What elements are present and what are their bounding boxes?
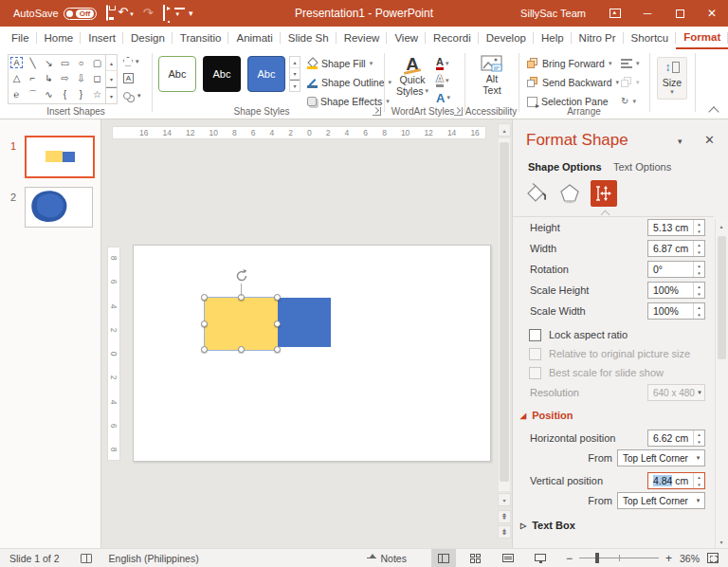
effects-tab[interactable]	[556, 180, 583, 207]
resize-handle-top-right[interactable]	[274, 294, 281, 301]
elbow-arrow-icon[interactable]: ↳	[41, 71, 57, 86]
shape-style-preview-3[interactable]: Abc	[247, 56, 285, 92]
down-arrow-icon[interactable]: ⇩	[73, 71, 89, 86]
pane-scroll-up-icon[interactable]: ▴	[716, 219, 727, 232]
save-button[interactable]	[106, 6, 108, 21]
edit-shape-button[interactable]: ▾	[123, 54, 141, 68]
bring-forward-button[interactable]: Bring Forward▾	[527, 56, 611, 71]
quick-styles-button[interactable]: A Quick Styles▾	[391, 55, 434, 97]
snip-rectangle-icon[interactable]: ◻	[89, 71, 105, 86]
slide-2-thumbnail[interactable]	[25, 187, 93, 228]
horizontal-from-dropdown[interactable]: Top Left Corner▾	[617, 449, 705, 466]
rotation-spinner[interactable]: ▴▾	[693, 262, 704, 277]
gallery-scroll-up-icon[interactable]: ▴	[106, 55, 117, 71]
slide-1-thumbnail[interactable]	[25, 136, 95, 178]
yellow-rectangle-shape[interactable]	[205, 298, 278, 350]
right-arrow-icon[interactable]: ⇨	[57, 71, 73, 86]
slide-sorter-button[interactable]	[464, 549, 488, 567]
width-spinner[interactable]: ▴▾	[693, 241, 704, 256]
scroll-down-button[interactable]: ▾	[498, 493, 511, 506]
next-slide-button[interactable]: ⇟	[498, 525, 511, 539]
list-dropdown-icon[interactable]: ▾	[176, 10, 180, 17]
ribbon-display-options-button[interactable]	[599, 0, 631, 27]
rectangle-icon[interactable]: ▭	[57, 55, 73, 71]
slide-indicator[interactable]: Slide 1 of 2	[9, 553, 60, 564]
align-button[interactable]: ▾	[621, 56, 640, 71]
autosave-toggle[interactable]: AutoSave Off	[13, 8, 97, 20]
tab-home[interactable]: Home	[37, 27, 82, 49]
tab-format[interactable]: Format	[676, 27, 728, 49]
height-spinner[interactable]: ▴▾	[693, 220, 704, 235]
tab-help[interactable]: Help	[534, 27, 572, 49]
notes-button[interactable]: Notes	[367, 553, 407, 564]
scribble-icon[interactable]: ℮	[9, 85, 25, 103]
text-box-section-header[interactable]: ▷Text Box	[520, 520, 575, 531]
line-icon[interactable]: ╲	[25, 55, 41, 71]
fill-line-tab[interactable]	[522, 180, 549, 207]
arrow-line-icon[interactable]: ↘	[41, 55, 57, 71]
slide-show-button[interactable]	[528, 549, 553, 567]
horizontal-position-spinner[interactable]: ▴▾	[693, 430, 704, 446]
styles-scroll-up-icon[interactable]: ▴	[290, 57, 300, 68]
arc-icon[interactable]: ⌒	[25, 85, 41, 103]
styles-scroll-down-icon[interactable]: ▾	[290, 68, 300, 80]
zoom-in-button[interactable]: +	[665, 552, 672, 565]
resize-handle-middle-left[interactable]	[201, 320, 208, 327]
vertical-position-spinner[interactable]: ▴▾	[693, 473, 704, 488]
shape-outline-button[interactable]: Shape Outline▾	[307, 75, 391, 90]
shapes-gallery-scroll[interactable]: ▴ ▾ ▾	[106, 54, 118, 104]
text-box-shape-icon[interactable]: A	[9, 55, 25, 71]
collapse-ribbon-icon[interactable]	[708, 106, 719, 117]
scroll-up-button[interactable]: ▴	[498, 123, 511, 137]
shape-fill-button[interactable]: Shape Fill▾	[307, 56, 373, 71]
undo-button[interactable]: ↶▾	[118, 5, 133, 22]
horizontal-position-input[interactable]: 6.62 cm▴▾	[647, 430, 705, 447]
width-input[interactable]: 6.87 cm▴▾	[647, 240, 705, 257]
vertical-position-input[interactable]: 4.84 cm▴▾	[647, 472, 705, 489]
zoom-slider-thumb[interactable]	[595, 553, 599, 563]
merge-shapes-button[interactable]: ▾	[123, 88, 141, 102]
previous-slide-button[interactable]: ⇞	[498, 510, 511, 523]
text-fill-button[interactable]: A▾	[436, 57, 450, 70]
blue-rectangle-shape[interactable]	[278, 298, 331, 347]
shape-style-preview-2[interactable]: Abc	[203, 56, 241, 92]
text-box-button[interactable]: A	[123, 71, 141, 85]
position-section-header[interactable]: ◢Position	[520, 410, 573, 421]
curve-icon[interactable]: ∿	[41, 85, 57, 103]
resize-handle-bottom-left[interactable]	[201, 346, 208, 353]
slide-canvas[interactable]	[133, 245, 491, 462]
scale-height-spinner[interactable]: ▴▾	[693, 283, 704, 298]
shape-styles-scroll[interactable]: ▴ ▾ ▾	[289, 56, 300, 92]
tab-recording[interactable]: Recordi	[426, 27, 479, 49]
alt-text-button[interactable]: Alt Text	[470, 55, 514, 96]
pane-options-icon[interactable]: ▾	[678, 137, 682, 146]
language-indicator[interactable]: English (Philippines)	[109, 553, 199, 564]
tab-slide-show[interactable]: Slide Sh	[281, 27, 337, 49]
resize-handle-middle-right[interactable]	[274, 320, 281, 327]
tab-design[interactable]: Design	[123, 27, 173, 49]
tab-file[interactable]: File	[4, 27, 37, 49]
account-name[interactable]: SillySac Team	[520, 8, 586, 19]
right-brace-icon[interactable]: }	[73, 85, 89, 103]
text-effects-button[interactable]: A▾	[436, 91, 450, 104]
tab-review[interactable]: Review	[337, 27, 388, 49]
list-button[interactable]: ▾	[174, 5, 180, 22]
spell-check-icon[interactable]	[81, 554, 92, 563]
elbow-connector-icon[interactable]: ⌐	[25, 71, 41, 86]
tab-shortcut[interactable]: Shortcu	[624, 27, 677, 49]
canvas-scrollbar[interactable]: ▴ ▾ ⇞ ⇟	[498, 123, 511, 537]
scrollbar-thumb[interactable]	[500, 142, 509, 482]
triangle-icon[interactable]: △	[9, 71, 25, 86]
pane-scroll-down-icon[interactable]: ▾	[716, 535, 727, 548]
normal-view-button[interactable]	[431, 549, 456, 567]
zoom-out-button[interactable]: −	[566, 552, 573, 565]
fit-slide-to-window-icon[interactable]	[707, 553, 719, 563]
rotation-input[interactable]: 0°▴▾	[647, 261, 705, 278]
resize-handle-top-left[interactable]	[201, 294, 208, 301]
scrollbar-track[interactable]	[498, 137, 511, 492]
size-button[interactable]: ↕ Size ▾	[657, 57, 687, 100]
maximize-button[interactable]	[664, 0, 696, 27]
close-button[interactable]: ✕	[696, 0, 728, 27]
start-slideshow-button[interactable]	[163, 6, 165, 21]
zoom-slider[interactable]	[579, 558, 659, 558]
